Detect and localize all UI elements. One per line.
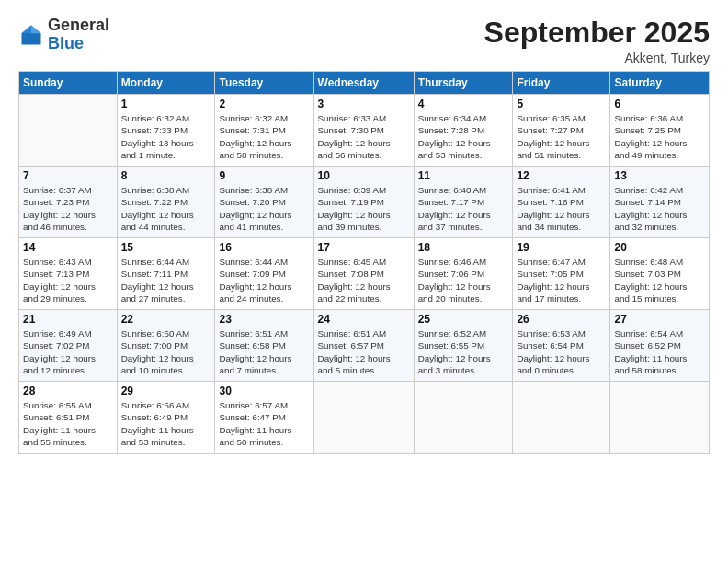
day-number: 16 [219, 241, 309, 254]
day-info: Sunrise: 6:36 AMSunset: 7:25 PMDaylight:… [614, 112, 705, 161]
calendar-cell [414, 382, 513, 454]
day-number: 10 [318, 169, 410, 182]
day-number: 20 [614, 241, 705, 254]
calendar-cell: 9Sunrise: 6:38 AMSunset: 7:20 PMDaylight… [215, 167, 313, 238]
calendar-cell: 4Sunrise: 6:34 AMSunset: 7:28 PMDaylight… [414, 95, 513, 167]
svg-marker-2 [22, 25, 32, 33]
day-info: Sunrise: 6:39 AMSunset: 7:19 PMDaylight:… [318, 184, 410, 233]
calendar-cell: 16Sunrise: 6:44 AMSunset: 7:09 PMDayligh… [215, 238, 313, 310]
calendar-cell: 17Sunrise: 6:45 AMSunset: 7:08 PMDayligh… [313, 238, 414, 310]
day-number: 25 [418, 313, 509, 326]
day-of-week-header: Sunday [19, 72, 118, 95]
day-info: Sunrise: 6:49 AMSunset: 7:02 PMDaylight:… [23, 327, 113, 376]
day-info: Sunrise: 6:57 AMSunset: 6:47 PMDaylight:… [219, 399, 309, 448]
calendar: SundayMondayTuesdayWednesdayThursdayFrid… [18, 71, 710, 454]
day-info: Sunrise: 6:38 AMSunset: 7:22 PMDaylight:… [121, 184, 211, 233]
calendar-cell [610, 382, 710, 454]
day-number: 5 [517, 98, 606, 110]
day-info: Sunrise: 6:32 AMSunset: 7:33 PMDaylight:… [121, 112, 211, 161]
day-number: 23 [219, 313, 309, 326]
calendar-cell [513, 382, 610, 454]
day-info: Sunrise: 6:46 AMSunset: 7:06 PMDaylight:… [418, 256, 509, 304]
calendar-cell: 2Sunrise: 6:32 AMSunset: 7:31 PMDaylight… [215, 95, 313, 167]
calendar-body: 1Sunrise: 6:32 AMSunset: 7:33 PMDaylight… [19, 95, 710, 454]
logo: General Blue [18, 17, 109, 53]
day-info: Sunrise: 6:52 AMSunset: 6:55 PMDaylight:… [418, 327, 509, 376]
calendar-cell: 24Sunrise: 6:51 AMSunset: 6:57 PMDayligh… [313, 310, 414, 382]
day-info: Sunrise: 6:38 AMSunset: 7:20 PMDaylight:… [219, 184, 309, 233]
day-number: 22 [121, 313, 211, 326]
day-of-week-header: Wednesday [313, 72, 414, 95]
location: Akkent, Turkey [484, 51, 710, 65]
day-number: 13 [614, 169, 705, 182]
day-number: 6 [614, 98, 705, 110]
calendar-cell: 11Sunrise: 6:40 AMSunset: 7:17 PMDayligh… [414, 167, 513, 238]
day-info: Sunrise: 6:41 AMSunset: 7:16 PMDaylight:… [517, 184, 606, 233]
calendar-cell: 14Sunrise: 6:43 AMSunset: 7:13 PMDayligh… [19, 238, 118, 310]
calendar-cell: 20Sunrise: 6:48 AMSunset: 7:03 PMDayligh… [610, 238, 710, 310]
calendar-cell [313, 382, 414, 454]
calendar-cell: 23Sunrise: 6:51 AMSunset: 6:58 PMDayligh… [215, 310, 313, 382]
day-number: 14 [23, 241, 113, 254]
day-info: Sunrise: 6:33 AMSunset: 7:30 PMDaylight:… [318, 112, 410, 161]
calendar-cell: 29Sunrise: 6:56 AMSunset: 6:49 PMDayligh… [117, 382, 215, 454]
calendar-cell: 6Sunrise: 6:36 AMSunset: 7:25 PMDaylight… [610, 95, 710, 167]
day-of-week-header: Monday [117, 72, 215, 95]
day-info: Sunrise: 6:37 AMSunset: 7:23 PMDaylight:… [23, 184, 113, 233]
day-number: 19 [517, 241, 606, 254]
day-number: 29 [121, 385, 211, 397]
day-info: Sunrise: 6:47 AMSunset: 7:05 PMDaylight:… [517, 256, 606, 304]
day-info: Sunrise: 6:51 AMSunset: 6:58 PMDaylight:… [219, 327, 309, 376]
calendar-cell: 13Sunrise: 6:42 AMSunset: 7:14 PMDayligh… [610, 167, 710, 238]
day-number: 11 [418, 169, 509, 182]
calendar-cell: 3Sunrise: 6:33 AMSunset: 7:30 PMDaylight… [313, 95, 414, 167]
calendar-cell: 19Sunrise: 6:47 AMSunset: 7:05 PMDayligh… [513, 238, 610, 310]
calendar-cell: 25Sunrise: 6:52 AMSunset: 6:55 PMDayligh… [414, 310, 513, 382]
day-of-week-header: Thursday [414, 72, 513, 95]
day-info: Sunrise: 6:43 AMSunset: 7:13 PMDaylight:… [23, 256, 113, 304]
day-info: Sunrise: 6:34 AMSunset: 7:28 PMDaylight:… [418, 112, 509, 161]
calendar-cell: 10Sunrise: 6:39 AMSunset: 7:19 PMDayligh… [313, 167, 414, 238]
calendar-cell: 8Sunrise: 6:38 AMSunset: 7:22 PMDaylight… [117, 167, 215, 238]
page-header: General Blue September 2025 Akkent, Turk… [18, 17, 710, 65]
calendar-cell [19, 95, 118, 167]
day-number: 1 [121, 98, 211, 110]
day-info: Sunrise: 6:56 AMSunset: 6:49 PMDaylight:… [121, 399, 211, 448]
day-info: Sunrise: 6:35 AMSunset: 7:27 PMDaylight:… [517, 112, 606, 161]
day-number: 17 [318, 241, 410, 254]
day-info: Sunrise: 6:48 AMSunset: 7:03 PMDaylight:… [614, 256, 705, 304]
day-info: Sunrise: 6:53 AMSunset: 6:54 PMDaylight:… [517, 327, 606, 376]
calendar-cell: 27Sunrise: 6:54 AMSunset: 6:52 PMDayligh… [610, 310, 710, 382]
day-number: 27 [614, 313, 705, 326]
calendar-cell: 28Sunrise: 6:55 AMSunset: 6:51 PMDayligh… [19, 382, 118, 454]
day-info: Sunrise: 6:44 AMSunset: 7:11 PMDaylight:… [121, 256, 211, 304]
day-number: 24 [318, 313, 410, 326]
day-info: Sunrise: 6:54 AMSunset: 6:52 PMDaylight:… [614, 327, 705, 376]
day-info: Sunrise: 6:44 AMSunset: 7:09 PMDaylight:… [219, 256, 309, 304]
month-title: September 2025 [484, 17, 710, 49]
day-info: Sunrise: 6:42 AMSunset: 7:14 PMDaylight:… [614, 184, 705, 233]
calendar-cell: 12Sunrise: 6:41 AMSunset: 7:16 PMDayligh… [513, 167, 610, 238]
day-number: 4 [418, 98, 509, 110]
day-number: 8 [121, 169, 211, 182]
calendar-cell: 5Sunrise: 6:35 AMSunset: 7:27 PMDaylight… [513, 95, 610, 167]
day-number: 9 [219, 169, 309, 182]
logo-text: General Blue [48, 17, 109, 53]
calendar-cell: 15Sunrise: 6:44 AMSunset: 7:11 PMDayligh… [117, 238, 215, 310]
title-block: September 2025 Akkent, Turkey [484, 17, 710, 65]
day-info: Sunrise: 6:40 AMSunset: 7:17 PMDaylight:… [418, 184, 509, 233]
day-info: Sunrise: 6:45 AMSunset: 7:08 PMDaylight:… [318, 256, 410, 304]
day-number: 2 [219, 98, 309, 110]
calendar-cell: 7Sunrise: 6:37 AMSunset: 7:23 PMDaylight… [19, 167, 118, 238]
day-info: Sunrise: 6:55 AMSunset: 6:51 PMDaylight:… [23, 399, 113, 448]
day-number: 18 [418, 241, 509, 254]
calendar-cell: 21Sunrise: 6:49 AMSunset: 7:02 PMDayligh… [19, 310, 118, 382]
logo-icon [18, 22, 44, 48]
calendar-cell: 30Sunrise: 6:57 AMSunset: 6:47 PMDayligh… [215, 382, 313, 454]
day-number: 12 [517, 169, 606, 182]
day-number: 15 [121, 241, 211, 254]
day-of-week-header: Tuesday [215, 72, 313, 95]
calendar-cell: 18Sunrise: 6:46 AMSunset: 7:06 PMDayligh… [414, 238, 513, 310]
day-number: 30 [219, 385, 309, 397]
calendar-cell: 1Sunrise: 6:32 AMSunset: 7:33 PMDaylight… [117, 95, 215, 167]
